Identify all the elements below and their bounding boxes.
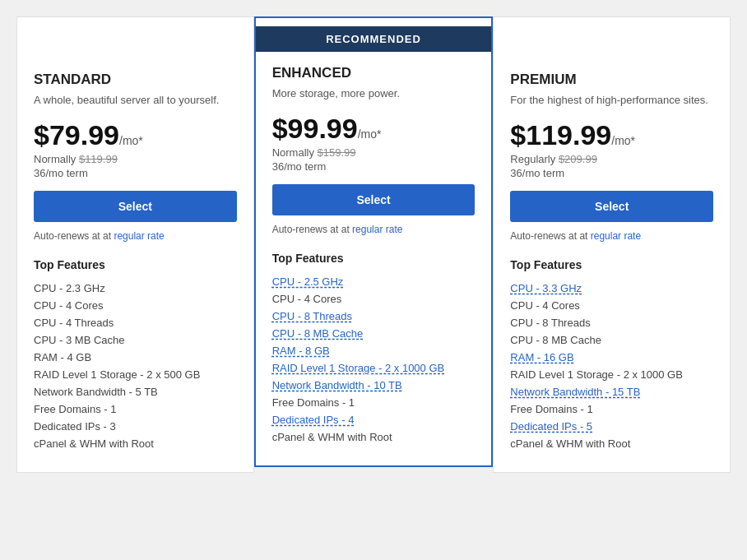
plan-name: STANDARD <box>34 72 237 88</box>
feature-item[interactable]: Dedicated IPs - 4 <box>272 411 476 428</box>
feature-item: CPU - 4 Cores <box>510 297 713 314</box>
regular-rate-link[interactable]: regular rate <box>114 230 164 242</box>
plan-card-standard: STANDARDA whole, beautiful server all to… <box>16 16 254 473</box>
feature-item: CPU - 3 MB Cache <box>34 331 237 349</box>
feature-item: CPU - 4 Cores <box>34 297 237 314</box>
feature-item: CPU - 4 Cores <box>272 290 476 308</box>
plan-desc: For the highest of high-performance site… <box>510 93 713 108</box>
plan-card-enhanced: RECOMMENDEDENHANCEDMore storage, more po… <box>254 16 494 467</box>
feature-list: CPU - 2.5 GHzCPU - 4 CoresCPU - 8 Thread… <box>272 273 476 446</box>
feature-item[interactable]: Network Bandwidth - 15 TB <box>510 383 713 400</box>
regular-rate-link[interactable]: regular rate <box>591 230 641 242</box>
feature-item: cPanel & WHM with Root <box>272 428 476 446</box>
select-button[interactable]: Select <box>34 191 237 222</box>
plan-normal-price: Normally $119.99 <box>34 153 237 165</box>
select-button[interactable]: Select <box>272 184 476 215</box>
regular-rate-link[interactable]: regular rate <box>352 224 402 235</box>
plan-term: 36/mo term <box>510 167 713 179</box>
feature-item: CPU - 8 Threads <box>510 314 713 331</box>
plan-term: 36/mo term <box>272 160 476 173</box>
feature-item[interactable]: CPU - 8 MB Cache <box>272 325 476 342</box>
plan-desc: A whole, beautiful server all to yoursel… <box>34 93 237 108</box>
feature-item: Free Domains - 1 <box>272 394 476 411</box>
feature-item[interactable]: CPU - 8 Threads <box>272 308 476 325</box>
feature-item[interactable]: CPU - 3.3 GHz <box>510 280 713 297</box>
top-features-label: Top Features <box>34 258 237 271</box>
feature-item[interactable]: RAID Level 1 Storage - 2 x 1000 GB <box>272 359 476 377</box>
plan-card-premium: PREMIUMFor the highest of high-performan… <box>493 16 731 473</box>
feature-item: Dedicated IPs - 3 <box>34 418 237 435</box>
auto-renew: Auto-renews at at regular rate <box>272 224 476 235</box>
feature-item[interactable]: CPU - 2.5 GHz <box>272 273 476 290</box>
feature-list: CPU - 3.3 GHzCPU - 4 CoresCPU - 8 Thread… <box>510 280 713 452</box>
recommended-badge: RECOMMENDED <box>256 26 492 52</box>
feature-item[interactable]: RAM - 8 GB <box>272 342 476 359</box>
feature-item: RAM - 4 GB <box>34 349 237 366</box>
feature-item[interactable]: Network Bandwidth - 10 TB <box>272 377 476 394</box>
feature-item: cPanel & WHM with Root <box>34 435 237 452</box>
feature-item: cPanel & WHM with Root <box>510 435 713 452</box>
feature-item[interactable]: Dedicated IPs - 5 <box>510 418 713 435</box>
plan-term: 36/mo term <box>34 167 237 179</box>
pricing-wrapper: STANDARDA whole, beautiful server all to… <box>0 8 747 481</box>
plan-normal-price: Regularly $209.99 <box>510 153 713 165</box>
feature-list: CPU - 2.3 GHzCPU - 4 CoresCPU - 4 Thread… <box>34 280 237 452</box>
plan-price: $79.99/mo* <box>34 119 237 151</box>
plan-price: $119.99/mo* <box>510 119 713 151</box>
feature-item: CPU - 8 MB Cache <box>510 331 713 349</box>
plan-desc: More storage, more power. <box>272 86 476 101</box>
feature-item: Network Bandwidth - 5 TB <box>34 383 237 400</box>
feature-item: Free Domains - 1 <box>34 400 237 418</box>
plan-price: $99.99/mo* <box>272 113 476 145</box>
top-features-label: Top Features <box>272 252 476 265</box>
plan-name: ENHANCED <box>272 65 476 81</box>
auto-renew: Auto-renews at at regular rate <box>510 230 713 242</box>
feature-item: Free Domains - 1 <box>510 400 713 418</box>
feature-item: RAID Level 1 Storage - 2 x 500 GB <box>34 366 237 383</box>
auto-renew: Auto-renews at at regular rate <box>34 230 237 242</box>
select-button[interactable]: Select <box>510 191 713 222</box>
plan-name: PREMIUM <box>510 72 713 88</box>
feature-item[interactable]: RAM - 16 GB <box>510 349 713 366</box>
feature-item: CPU - 2.3 GHz <box>34 280 237 297</box>
plan-normal-price: Normally $159.99 <box>272 146 476 159</box>
feature-item: RAID Level 1 Storage - 2 x 1000 GB <box>510 366 713 383</box>
top-features-label: Top Features <box>510 258 713 271</box>
feature-item: CPU - 4 Threads <box>34 314 237 331</box>
